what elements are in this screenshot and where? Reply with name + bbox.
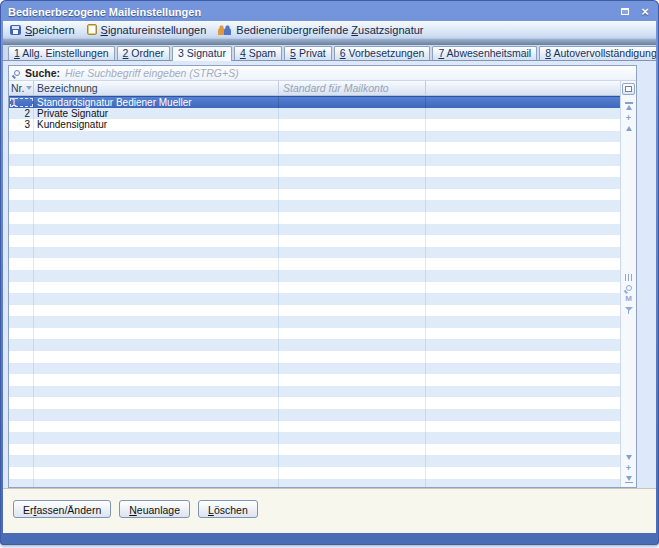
titlebar[interactable]: Bedienerbezogene Maileinstellungen × (0, 0, 659, 20)
cross-user-signature-button[interactable]: Bedienerübergreifende Zusatzsignatur (215, 23, 428, 37)
cell-bezeichnung (34, 166, 279, 178)
empty-row[interactable] (9, 200, 620, 212)
cell-bezeichnung (34, 363, 279, 375)
empty-row[interactable] (9, 293, 620, 305)
cell-empty (426, 224, 620, 236)
cell-nr (9, 455, 34, 467)
cell-nr (9, 154, 34, 166)
column-header-bezeichnung[interactable]: Bezeichnung (34, 81, 279, 95)
table-row[interactable]: 1 Standardsignatur Bediener Mueller (9, 96, 620, 108)
cell-empty (426, 212, 620, 224)
cell-nr (9, 363, 34, 375)
empty-row[interactable] (9, 351, 620, 363)
empty-row[interactable] (9, 305, 620, 317)
empty-row[interactable] (9, 177, 620, 189)
cell-standard (279, 189, 426, 201)
cell-standard (279, 374, 426, 386)
empty-row[interactable] (9, 374, 620, 386)
neuanlage-button[interactable]: Neuanlage (119, 500, 190, 518)
tab-vorbesetzungen[interactable]: 6 Vorbesetzungen (334, 46, 431, 60)
cell-empty (426, 397, 620, 409)
empty-row[interactable] (9, 397, 620, 409)
empty-row[interactable] (9, 421, 620, 433)
empty-row[interactable] (9, 316, 620, 328)
empty-row[interactable] (9, 479, 620, 487)
cell-bezeichnung (34, 421, 279, 433)
column-header-standard-mailkonto[interactable]: Standard für Mailkonto (279, 81, 426, 95)
column-chooser-button[interactable] (622, 83, 635, 95)
column-width-button[interactable] (625, 274, 632, 281)
cell-standard (279, 328, 426, 340)
search-input[interactable]: Hier Suchbegriff eingeben (STRG+S) (65, 67, 239, 79)
empty-row[interactable] (9, 131, 620, 143)
empty-row[interactable] (9, 467, 620, 479)
scroll-to-bottom-button[interactable] (625, 476, 633, 484)
empty-row[interactable] (9, 235, 620, 247)
cell-standard (279, 351, 426, 363)
cell-empty (426, 421, 620, 433)
sort-desc-icon (26, 86, 32, 90)
tab-signatur[interactable]: 3 Signatur (172, 46, 232, 61)
grid-side-toolbar: + M (620, 81, 636, 487)
empty-row[interactable] (9, 154, 620, 166)
empty-row[interactable] (9, 339, 620, 351)
restore-button[interactable] (617, 5, 633, 19)
table-row[interactable]: 3 Kundensignatur (9, 119, 620, 131)
cell-empty (426, 131, 620, 143)
erfassen-aendern-button[interactable]: Erfassen/Ändern (13, 500, 111, 518)
empty-row[interactable] (9, 386, 620, 398)
close-button[interactable]: × (637, 5, 653, 19)
save-icon (10, 25, 21, 35)
tab-privat[interactable]: 5 Privat (284, 46, 332, 60)
empty-row[interactable] (9, 166, 620, 178)
tab-abwesenheitsmail[interactable]: 7 Abwesenheitsmail (432, 46, 537, 60)
cell-empty (426, 386, 620, 398)
column-header-empty[interactable] (426, 81, 620, 95)
empty-row[interactable] (9, 189, 620, 201)
empty-row[interactable] (9, 247, 620, 259)
empty-row[interactable] (9, 212, 620, 224)
column-chooser-icon (625, 86, 632, 92)
row-up-icon (626, 126, 632, 131)
cell-bezeichnung (34, 305, 279, 317)
tab-spam[interactable]: 4 Spam (234, 46, 282, 60)
cell-empty (426, 108, 620, 120)
empty-row[interactable] (9, 328, 620, 340)
table-row[interactable]: 2 Private Signatur (9, 108, 620, 120)
column-header-nr[interactable]: Nr. (9, 81, 34, 95)
cell-bezeichnung (34, 131, 279, 143)
cell-standard (279, 154, 426, 166)
cell-nr (9, 177, 34, 189)
row-up-button[interactable] (626, 126, 632, 131)
tab-autovervollstaendigung[interactable]: 8 Autovervollständigung (539, 46, 656, 60)
empty-row[interactable] (9, 142, 620, 154)
empty-row[interactable] (9, 444, 620, 456)
grid-search-bar[interactable]: Suche: Hier Suchbegriff eingeben (STRG+S… (9, 66, 636, 81)
loeschen-button[interactable]: Löschen (198, 500, 258, 518)
record-view-button[interactable]: M (625, 295, 632, 303)
window-title: Bedienerbezogene Maileinstellungen (8, 6, 617, 18)
empty-row[interactable] (9, 455, 620, 467)
empty-row[interactable] (9, 224, 620, 236)
empty-row[interactable] (9, 258, 620, 270)
page-up-button[interactable]: + (626, 114, 631, 122)
filter-button[interactable] (625, 307, 633, 311)
signature-settings-button[interactable]: Signatureinstellungen (84, 23, 212, 37)
empty-row[interactable] (9, 282, 620, 294)
grid-search-button[interactable] (626, 285, 632, 291)
tab-allg-einstellungen[interactable]: 1 Allg. Einstellungen (8, 46, 115, 60)
empty-row[interactable] (9, 432, 620, 444)
columns-icon (625, 274, 632, 281)
cell-bezeichnung (34, 432, 279, 444)
save-button[interactable]: Speichern (7, 23, 80, 37)
empty-row[interactable] (9, 270, 620, 282)
page-down-button[interactable]: + (626, 464, 631, 472)
table-header: Nr. Bezeichnung Standard für Mailkonto (9, 81, 620, 96)
empty-row[interactable] (9, 409, 620, 421)
page-up-icon: + (626, 114, 631, 122)
scroll-to-top-button[interactable] (625, 102, 633, 110)
empty-row[interactable] (9, 363, 620, 375)
tab-ordner[interactable]: 2 Ordner (117, 46, 170, 60)
cell-bezeichnung (34, 293, 279, 305)
row-down-button[interactable] (626, 455, 632, 460)
